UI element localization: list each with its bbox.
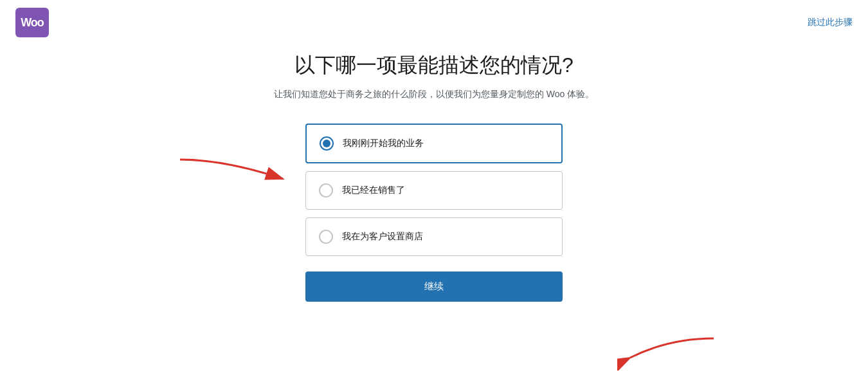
page-title: 以下哪一项最能描述您的情况? [294,51,574,80]
option-label-1: 我刚刚开始我的业务 [343,138,424,149]
radio-option-1 [320,136,334,151]
option-label-3: 我在为客户设置商店 [342,231,423,243]
option-label-2: 我已经在销售了 [342,185,405,196]
radio-option-3 [319,230,333,244]
option-item-1[interactable]: 我刚刚开始我的业务 [305,124,563,163]
options-container: 我刚刚开始我的业务 我已经在销售了 我在为客户设置商店 继续 [305,124,563,302]
skip-link[interactable]: 跳过此步骤 [808,17,853,28]
radio-option-2 [319,183,333,198]
option-item-3[interactable]: 我在为客户设置商店 [305,217,563,256]
header: Woo 跳过此步骤 [0,0,868,45]
woo-logo: Woo [15,8,49,37]
page-subtitle: 让我们知道您处于商务之旅的什么阶段，以便我们为您量身定制您的 Woo 体验。 [274,89,594,100]
main-content: 以下哪一项最能描述您的情况? 让我们知道您处于商务之旅的什么阶段，以便我们为您量… [0,0,868,302]
continue-button[interactable]: 继续 [305,271,563,302]
right-arrow [617,332,720,371]
option-item-2[interactable]: 我已经在销售了 [305,171,563,210]
logo-container: Woo [15,8,49,37]
